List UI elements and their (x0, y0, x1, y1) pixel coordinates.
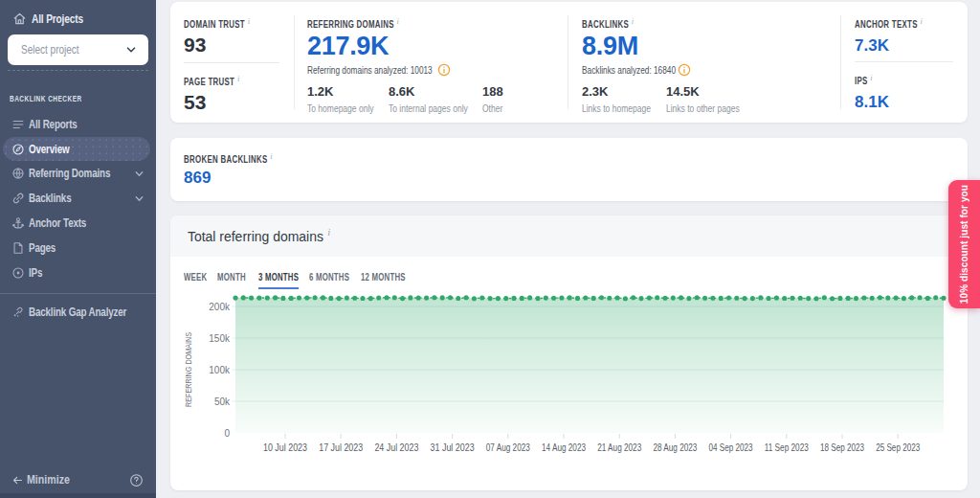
project-select[interactable]: Select project (8, 34, 148, 65)
info-superscript[interactable]: i (921, 16, 923, 26)
info-superscript[interactable]: i (270, 151, 272, 161)
sidebar-item-label: All Reports (29, 118, 125, 131)
arrow-left-icon (12, 475, 23, 486)
info-superscript[interactable]: i (237, 74, 239, 83)
sidebar-item-label: Referring Domains (29, 167, 115, 180)
sidebar-nav: All ReportsOverviewReferring DomainsBack… (0, 112, 156, 285)
ips-label: IPSi (855, 73, 873, 86)
sidebar-item-anchor-texts[interactable]: Anchor Texts (0, 211, 156, 236)
svg-text:31 Jul 2023: 31 Jul 2023 (431, 441, 475, 453)
breakdown-value: 1.2K (307, 84, 397, 99)
breakdown-value: 188 (482, 84, 510, 99)
svg-text:07 Aug 2023: 07 Aug 2023 (486, 441, 530, 453)
project-select-placeholder: Select project (21, 43, 79, 57)
breakdown-item: 14.5KLinks to other pages (666, 84, 766, 116)
sidebar-section-label: BACKLINK CHECKER (0, 71, 156, 112)
minimize-button[interactable]: Minimize (27, 473, 114, 487)
sidebar-item-all-reports[interactable]: All Reports (0, 112, 156, 137)
svg-text:150k: 150k (209, 333, 231, 344)
discount-ribbon[interactable]: 10% discount just for you (948, 180, 980, 308)
divider (840, 15, 841, 109)
svg-text:28 Aug 2023: 28 Aug 2023 (653, 441, 697, 453)
info-icon[interactable] (437, 63, 451, 77)
divider (184, 62, 279, 63)
overview-icon (11, 143, 25, 156)
breakdown-item: 2.3KLinks to homepage (582, 84, 675, 116)
domain-trust-value: 93 (184, 34, 206, 57)
anchor-icon (11, 216, 25, 230)
broken-backlinks-value[interactable]: 869 (184, 169, 211, 188)
all-projects-label: All Projects (32, 11, 83, 26)
referring-domains-label: REFERRING DOMAINSi (307, 16, 399, 30)
discount-ribbon-text: 10% discount just for you (959, 185, 969, 304)
target-icon (11, 266, 25, 280)
info-superscript[interactable]: i (248, 16, 250, 26)
breakdown-item: 8.6KTo internal pages only (389, 84, 496, 116)
svg-text:100k: 100k (209, 365, 231, 375)
breakdown-label: To internal pages only (389, 102, 468, 114)
ips-value[interactable]: 8.1K (855, 93, 889, 112)
svg-text:21 Aug 2023: 21 Aug 2023 (597, 441, 641, 453)
sidebar-item-ips[interactable]: IPs (0, 260, 156, 285)
broken-backlinks-card: BROKEN BACKLINKSi 869 (170, 138, 968, 201)
divider (568, 15, 568, 109)
svg-text:50k: 50k (214, 396, 231, 407)
metrics-card: DOMAIN TRUSTi 93 PAGE TRUSTi 53 REFERRIN… (170, 2, 968, 123)
breakdown-label: Other (482, 102, 502, 114)
breakdown-item: 1.2KTo homepage only (307, 84, 397, 116)
divider (294, 15, 295, 109)
info-superscript[interactable]: i (397, 16, 399, 26)
sidebar-item-label: Backlinks (29, 192, 115, 205)
sidebar-footer: Minimize (0, 465, 156, 494)
page-trust-value: 53 (184, 91, 206, 114)
info-icon[interactable] (678, 63, 691, 77)
svg-text:24 Jul 2023: 24 Jul 2023 (374, 441, 418, 453)
home-icon (12, 11, 27, 26)
anchor-texts-value[interactable]: 7.3K (855, 36, 889, 56)
sidebar-item-referring-domains[interactable]: Referring Domains (0, 161, 156, 186)
svg-text:10 Jul 2023: 10 Jul 2023 (263, 441, 307, 453)
breakdown-label: Links to homepage (582, 102, 651, 114)
main-content: DOMAIN TRUSTi 93 PAGE TRUSTi 53 REFERRIN… (156, 0, 980, 498)
svg-text:17 Jul 2023: 17 Jul 2023 (319, 441, 363, 453)
chart-card: Total referring domainsi WEEKMONTH3 MONT… (170, 215, 968, 490)
breakdown-value: 8.6K (389, 84, 496, 99)
svg-text:25 Sep 2023: 25 Sep 2023 (876, 441, 920, 453)
page-icon (11, 241, 25, 255)
svg-text:18 Sep 2023: 18 Sep 2023 (820, 441, 864, 453)
breakdown-label: To homepage only (307, 102, 374, 114)
sidebar-item-label: IPs (29, 266, 125, 280)
sidebar-item-label: Anchor Texts (29, 216, 125, 230)
svg-text:200k: 200k (209, 302, 231, 312)
chevron-down-icon[interactable] (134, 169, 145, 179)
svg-text:REFERRING DOMAINS: REFERRING DOMAINS (184, 332, 193, 407)
breakdown-value: 14.5K (666, 84, 766, 99)
sidebar-item-label: Overview (29, 143, 121, 156)
chevron-down-icon (125, 44, 137, 56)
chevron-down-icon[interactable] (134, 193, 145, 204)
svg-text:0: 0 (224, 428, 230, 439)
page-trust-label: PAGE TRUSTi (184, 74, 239, 87)
backlinks-value: 8.9M (582, 32, 638, 61)
info-superscript[interactable]: i (632, 16, 634, 26)
broken-backlinks-label: BROKEN BACKLINKSi (184, 151, 273, 165)
svg-text:11 Sep 2023: 11 Sep 2023 (765, 441, 809, 453)
sidebar-item-backlink-gap-analyzer[interactable]: Backlink Gap Analyzer (0, 300, 156, 325)
referring-domains-chart: 050k100k150k200kREFERRING DOMAINS10 Jul … (170, 215, 968, 490)
help-icon[interactable] (129, 473, 144, 487)
sidebar-divider (0, 293, 156, 294)
backlinks-analyzed: Backlinks analyzed: 16840 (582, 64, 712, 76)
breakdown-item: 188Other (482, 84, 510, 116)
globe-icon (11, 167, 25, 180)
info-superscript[interactable]: i (871, 73, 873, 82)
breakdown-label: Links to other pages (666, 102, 740, 114)
svg-text:14 Aug 2023: 14 Aug 2023 (542, 441, 586, 453)
sidebar-item-label: Pages (29, 241, 125, 255)
all-projects-link[interactable]: All Projects (8, 10, 148, 34)
backlinks-label: BACKLINKSi (582, 16, 634, 30)
sidebar-item-backlinks[interactable]: Backlinks (0, 186, 156, 211)
sidebar-bottom-strip (0, 493, 156, 498)
domain-trust-label: DOMAIN TRUSTi (184, 16, 250, 30)
sidebar-item-overview[interactable]: Overview (3, 137, 150, 161)
sidebar-item-pages[interactable]: Pages (0, 236, 156, 260)
